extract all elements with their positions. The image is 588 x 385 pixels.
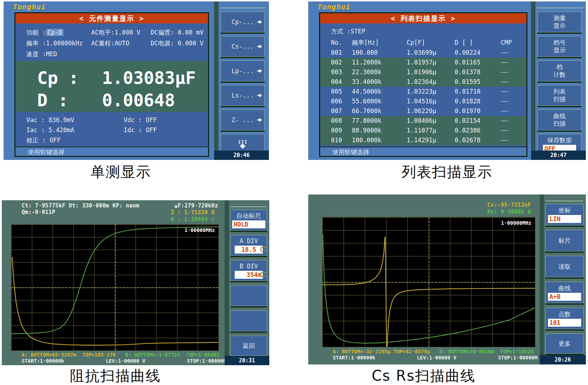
table-row: 00766.7000k1.06220µ0.01970—— bbox=[320, 106, 526, 116]
marker-frequency-label: 1·00000MHz bbox=[185, 227, 215, 233]
softkey-auto-scale[interactable]: 自动标尺HOLD bbox=[230, 210, 267, 230]
arrow-right-icon bbox=[257, 68, 262, 74]
sweep-mode: 方式 :STEP bbox=[320, 23, 526, 37]
measure-screen: < 元件测量显示 > 功能 :Cp-D AC电平:1.000 V DC偏置: 0… bbox=[14, 12, 209, 157]
dial-icon bbox=[259, 271, 267, 279]
panel-measure-display: Tonghui < 元件测量显示 > 功能 :Cp-D AC电平:1.000 V… bbox=[4, 1, 269, 160]
softkey-column: Cp-... Cs-... Lp-... Ls-... Z- ... 20:46 bbox=[214, 1, 269, 160]
param-ac-range: AC量程:AUTO bbox=[91, 38, 151, 49]
cs-rs-graph: 1·00000MHz bbox=[322, 217, 535, 347]
arrow-right-icon bbox=[257, 44, 262, 49]
softkey-more[interactable]: 更多 bbox=[545, 333, 584, 354]
dial-icon bbox=[259, 246, 267, 254]
softkey-lp[interactable]: Lp-... bbox=[221, 61, 265, 81]
param-dc-bias: DC偏置: 0.00 mV bbox=[151, 27, 208, 38]
softkey-points[interactable]: 点数101 bbox=[545, 308, 584, 329]
panel-cs-rs-sweep: Cs:-95·7313nF Rs: 0·38601 Ω 1·00000MHz A… bbox=[308, 194, 586, 364]
table-row: 010100.000k1.14291µ0.02678—— bbox=[320, 135, 526, 145]
page-down-icon bbox=[237, 140, 248, 149]
table-row: 00211.2000k1.01957µ0.01165—— bbox=[320, 58, 526, 67]
sweep-level: LEV:1·00000 V bbox=[417, 355, 456, 361]
softkey-b-div[interactable]: B DIV354m bbox=[230, 260, 267, 281]
param-area: 功能 :Cp-D AC电平:1.000 V DC偏置: 0.00 mV 频率 :… bbox=[16, 23, 208, 61]
sweep-level: LEV:1·00000 V bbox=[106, 358, 145, 364]
scale-a: A: BOTTOM=65·5287m TOP=185·270 bbox=[22, 352, 116, 358]
table-row: 00988.9000k1.11077µ0.02386—— bbox=[320, 126, 526, 135]
softkey-blank-2[interactable] bbox=[230, 310, 267, 331]
clock: 20:31 bbox=[225, 356, 269, 365]
softkey-return[interactable]: 返回 bbox=[230, 336, 267, 356]
d-value: 0.00648 bbox=[84, 90, 175, 110]
clock: 20:26 bbox=[540, 355, 586, 364]
column-divider bbox=[531, 1, 535, 160]
softkey-trace[interactable]: 曲线A+B bbox=[545, 282, 584, 303]
softkey-read[interactable]: 读取 bbox=[545, 256, 584, 277]
auto-scale-value: HOLD bbox=[232, 220, 265, 228]
column-divider bbox=[540, 194, 544, 364]
param-dc-source: DC电源: 0.000 V bbox=[151, 38, 208, 49]
curve-z bbox=[12, 257, 218, 345]
softkey-scale[interactable]: 标尺 bbox=[545, 230, 584, 251]
monitor-left: Vac : 836.9mV Iac : 5.420mA 校正 : OFF bbox=[26, 115, 124, 144]
result-row-cp: Cp :1.03083µF bbox=[37, 67, 198, 89]
sweep-stop: STOP:1·00000M bbox=[498, 355, 538, 361]
list-area: 方式 :STEP No. 频率[Hz] Cp[F] D [ ] CMP 0011… bbox=[320, 23, 526, 147]
scale-readout-line: A: BOTTOM=-32·2195µ TOP=42·6579µ B: BOTT… bbox=[333, 349, 534, 354]
list-sweep-screen: < 列表扫描显示 > 方式 :STEP No. 频率[Hz] Cp[F] D [… bbox=[319, 12, 527, 157]
param-function: 功能 :Cp-D bbox=[26, 27, 91, 38]
function-value: Cp-D bbox=[46, 29, 63, 36]
table-row: 00433.4000k1.02364µ0.01595—— bbox=[320, 77, 526, 87]
column-topline bbox=[220, 8, 266, 8]
column-divider bbox=[214, 1, 218, 160]
figure-caption: 单测显示 bbox=[4, 162, 238, 182]
sweep-stop: STOP:1·00000M bbox=[187, 358, 226, 364]
softkey-ls[interactable]: Ls-... bbox=[221, 85, 265, 106]
b-div-value: 354m bbox=[235, 271, 263, 279]
column-topline bbox=[537, 8, 583, 8]
figure-canvas: Tonghui < 元件测量显示 > 功能 :Cp-D AC电平:1.000 V… bbox=[0, 0, 588, 385]
column-divider bbox=[225, 200, 229, 365]
softkey-cp[interactable]: Cp-... bbox=[221, 12, 265, 32]
clock: 20:46 bbox=[214, 151, 269, 160]
softkey-meas-display[interactable]: 测量显示 bbox=[538, 12, 582, 32]
softkey-a-div[interactable]: A DIV18.5 bbox=[230, 235, 267, 256]
sweep-range-line: START:1·00000k LEV:1·00000 V STOP:1·0000… bbox=[333, 355, 538, 361]
result-row-d: D :0.00648 bbox=[37, 89, 198, 111]
sweep-range-line: START:1·00000k LEV:1·00000 V STOP:1·0000… bbox=[22, 358, 226, 364]
coordinate-value: LIN bbox=[548, 215, 581, 223]
cs-readout: Cs:-95·7313nF bbox=[487, 202, 531, 208]
clock: 20:47 bbox=[531, 151, 586, 160]
theta-readout: θ : 1·35494 r bbox=[171, 216, 215, 223]
softkey-z[interactable]: Z- ... bbox=[221, 109, 265, 130]
table-row: 00322.3000k1.01906µ0.01378—— bbox=[320, 67, 526, 77]
softkey-blank-1[interactable] bbox=[230, 285, 267, 306]
figure-caption: 阻抗扫描曲线 bbox=[2, 366, 229, 385]
softkey-coordinate[interactable]: 坐标LIN bbox=[545, 204, 584, 225]
softkey-bin-count[interactable]: 档计数 bbox=[538, 61, 582, 81]
brand-logo: Tonghui bbox=[318, 3, 350, 11]
arrow-right-icon bbox=[257, 93, 262, 98]
screen-title: < 列表扫描显示 > bbox=[320, 13, 526, 23]
list-table-body: 001100.0001.03699µ0.00224——00211.2000k1.… bbox=[320, 48, 526, 145]
param-speed: 速度 :MED bbox=[26, 49, 91, 59]
softkey-trace-sweep[interactable]: 曲线扫描 bbox=[538, 109, 582, 130]
z-readout: Z : 1·71320 Ω bbox=[171, 209, 215, 216]
curve-cs bbox=[322, 237, 535, 347]
softkey-cs[interactable]: Cs-... bbox=[221, 36, 265, 57]
scale-b: B: BOTTOM=30·6010m TOP=1·16228 bbox=[439, 349, 534, 354]
table-row: 00544.5000k1.03223µ0.01710—— bbox=[320, 87, 526, 97]
column-topline bbox=[545, 201, 583, 201]
table-row: 00877.8000k1.08406µ0.02154—— bbox=[320, 116, 526, 126]
softkey-column: 坐标LIN 标尺 读取 曲线A+B 点数101 更多 20:26 bbox=[540, 194, 586, 364]
param-ac-level: AC电平:1.000 V bbox=[91, 27, 151, 38]
softkey-list-sweep[interactable]: 列表扫描 bbox=[538, 85, 582, 106]
screen-title: < 元件测量显示 > bbox=[16, 13, 208, 23]
arrow-right-icon bbox=[257, 117, 262, 123]
curve-layer bbox=[322, 217, 535, 347]
points-value: 101 bbox=[548, 319, 581, 327]
hint-bar: 使用软键选择 bbox=[320, 147, 526, 156]
softkey-column: 测量显示 档号显示 档计数 列表扫描 曲线扫描 保存数据OFF 20:47 bbox=[531, 1, 586, 160]
a-div-value: 18.5 bbox=[235, 246, 263, 254]
sweep-start: START:1·00000k bbox=[22, 358, 64, 364]
softkey-bin-display[interactable]: 档号显示 bbox=[538, 36, 582, 57]
